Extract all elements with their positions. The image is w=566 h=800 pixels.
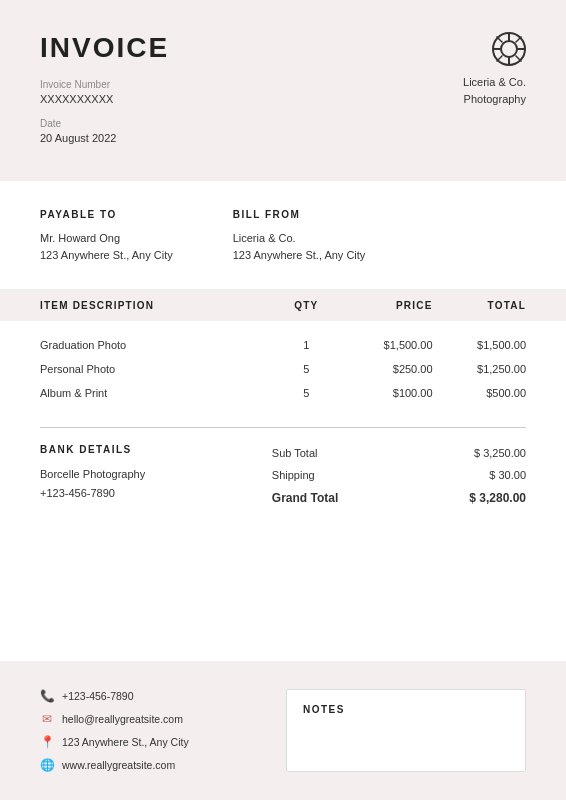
item-total-2: $1,250.00 [433, 363, 526, 375]
contact-phone: 📞 +123-456-7890 [40, 689, 246, 703]
payable-to-address: 123 Anywhere St., Any City [40, 247, 173, 265]
subtotal-label: Sub Total [272, 447, 318, 459]
contact-location: 📍 123 Anywhere St., Any City [40, 735, 246, 749]
item-price-2: $250.00 [339, 363, 432, 375]
billing-section: PAYABLE TO Mr. Howard Ong 123 Anywhere S… [0, 181, 566, 290]
email-icon: ✉ [40, 712, 54, 726]
item-price-3: $100.00 [339, 387, 432, 399]
shipping-row: Shipping $ 30.00 [272, 466, 526, 484]
bill-from-label: BILL FROM [233, 209, 366, 220]
footer-contact: 📞 +123-456-7890 ✉ hello@reallygreatsite.… [40, 689, 246, 772]
item-description-3: Album & Print [40, 387, 274, 399]
bottom-section: BANK DETAILS Borcelle Photography +123-4… [0, 444, 566, 532]
web-icon: 🌐 [40, 758, 54, 772]
table-divider [40, 427, 526, 428]
header-right: Liceria & Co. Photography [463, 32, 526, 107]
contact-web: 🌐 www.reallygreatsite.com [40, 758, 246, 772]
contact-location-text: 123 Anywhere St., Any City [62, 736, 189, 748]
company-name: Liceria & Co. Photography [463, 74, 526, 107]
table-header: ITEM DESCRIPTION QTY PRICE TOTAL [0, 290, 566, 321]
bank-label: BANK DETAILS [40, 444, 252, 455]
contact-email-text: hello@reallygreatsite.com [62, 713, 183, 725]
grand-total-label: Grand Total [272, 491, 338, 505]
invoice-number: XXXXXXXXXX [40, 92, 169, 107]
invoice-title: INVOICE [40, 32, 169, 64]
contact-email: ✉ hello@reallygreatsite.com [40, 712, 246, 726]
header-section: INVOICE Invoice Number XXXXXXXXXX Date 2… [0, 0, 566, 181]
item-total-1: $1,500.00 [433, 339, 526, 351]
col-price-header: PRICE [339, 300, 432, 311]
col-qty-header: QTY [274, 300, 339, 311]
col-description-header: ITEM DESCRIPTION [40, 300, 274, 311]
item-qty-3: 5 [274, 387, 339, 399]
svg-line-9 [497, 56, 503, 62]
location-icon: 📍 [40, 735, 54, 749]
table-row: Graduation Photo 1 $1,500.00 $1,500.00 [40, 333, 526, 357]
grand-total-row: Grand Total $ 3,280.00 [272, 488, 526, 508]
col-total-header: TOTAL [433, 300, 526, 311]
invoice-page: INVOICE Invoice Number XXXXXXXXXX Date 2… [0, 0, 566, 800]
payable-to-label: PAYABLE TO [40, 209, 173, 220]
phone-icon: 📞 [40, 689, 54, 703]
svg-line-6 [497, 37, 503, 43]
payable-to-name: Mr. Howard Ong [40, 230, 173, 248]
table-section: ITEM DESCRIPTION QTY PRICE TOTAL Graduat… [0, 290, 566, 444]
shipping-label: Shipping [272, 469, 315, 481]
table-row: Personal Photo 5 $250.00 $1,250.00 [40, 357, 526, 381]
invoice-date: 20 August 2022 [40, 131, 169, 146]
date-label: Date [40, 117, 169, 131]
bank-phone: +123-456-7890 [40, 484, 252, 503]
svg-line-8 [516, 37, 522, 43]
subtotal-value: $ 3,250.00 [474, 447, 526, 459]
svg-point-1 [501, 41, 517, 57]
header-left: INVOICE Invoice Number XXXXXXXXXX Date 2… [40, 32, 169, 157]
item-price-1: $1,500.00 [339, 339, 432, 351]
invoice-number-label: Invoice Number [40, 78, 169, 92]
item-qty-2: 5 [274, 363, 339, 375]
bill-from-address: 123 Anywhere St., Any City [233, 247, 366, 265]
grand-total-value: $ 3,280.00 [469, 491, 526, 505]
footer-section: 📞 +123-456-7890 ✉ hello@reallygreatsite.… [0, 661, 566, 800]
bill-from-name: Liceria & Co. [233, 230, 366, 248]
shipping-value: $ 30.00 [489, 469, 526, 481]
item-description-1: Graduation Photo [40, 339, 274, 351]
contact-web-text: www.reallygreatsite.com [62, 759, 175, 771]
item-total-3: $500.00 [433, 387, 526, 399]
totals-block: Sub Total $ 3,250.00 Shipping $ 30.00 Gr… [272, 444, 526, 508]
camera-icon [492, 32, 526, 66]
item-description-2: Personal Photo [40, 363, 274, 375]
notes-section: NOTES [286, 689, 526, 772]
notes-label: NOTES [303, 704, 509, 715]
bank-details-block: BANK DETAILS Borcelle Photography +123-4… [40, 444, 252, 508]
table-row: Album & Print 5 $100.00 $500.00 [40, 381, 526, 405]
bank-name: Borcelle Photography [40, 465, 252, 484]
table-body: Graduation Photo 1 $1,500.00 $1,500.00 P… [40, 321, 526, 417]
payable-to-block: PAYABLE TO Mr. Howard Ong 123 Anywhere S… [40, 209, 173, 265]
svg-line-7 [516, 56, 522, 62]
contact-phone-text: +123-456-7890 [62, 690, 134, 702]
item-qty-1: 1 [274, 339, 339, 351]
bill-from-block: BILL FROM Liceria & Co. 123 Anywhere St.… [233, 209, 366, 265]
subtotal-row: Sub Total $ 3,250.00 [272, 444, 526, 462]
